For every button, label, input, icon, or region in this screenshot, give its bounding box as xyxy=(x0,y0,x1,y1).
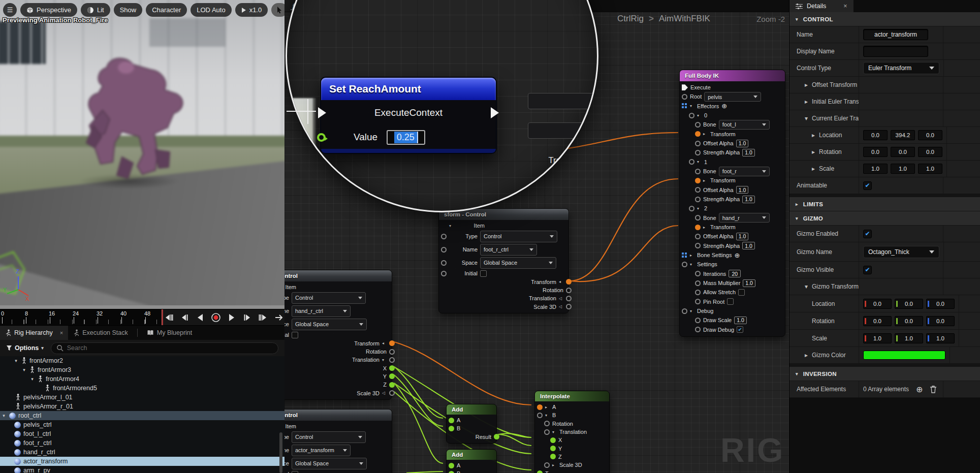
node-dropdown[interactable]: hand_r xyxy=(719,213,770,223)
node-checkbox[interactable] xyxy=(292,332,298,338)
node-dropdown[interactable]: foot_r_ctrl xyxy=(480,244,537,256)
tree-item[interactable]: ▾ frontArmor2 xyxy=(0,356,284,365)
show-button[interactable]: Show xyxy=(114,3,143,17)
row-current-euler[interactable]: ▾Current Euler Trans xyxy=(789,110,980,127)
options-button[interactable]: Options▾ xyxy=(6,344,44,352)
pin-expander[interactable]: ▾ xyxy=(545,413,550,418)
pin-icon[interactable] xyxy=(682,94,687,100)
node-header[interactable]: Interpolate xyxy=(535,391,609,401)
jump-to-end-button[interactable] xyxy=(258,313,269,322)
node-add-1[interactable]: Add A B Result xyxy=(446,404,497,444)
control-type-dropdown[interactable]: Euler Transform xyxy=(863,62,939,74)
node-dropdown[interactable]: Control xyxy=(292,431,366,443)
record-button[interactable] xyxy=(210,313,222,322)
pin-expander[interactable]: ▸ xyxy=(703,225,708,230)
pin-icon[interactable] xyxy=(566,288,572,293)
pin-expander[interactable]: ▾ xyxy=(697,113,702,118)
value-chip[interactable]: 1.0 xyxy=(742,196,755,203)
pin-icon[interactable] xyxy=(389,382,395,388)
tab-my-blueprint[interactable]: My Blueprint xyxy=(142,326,197,340)
perspective-button[interactable]: Perspective xyxy=(20,3,77,17)
value-chip[interactable]: 1.0 xyxy=(736,186,749,194)
tree-item[interactable]: foot_l_ctrl xyxy=(0,429,284,438)
node-header[interactable]: Add xyxy=(447,450,496,460)
pin-expander[interactable]: ▾ xyxy=(449,224,454,228)
node-dropdown[interactable]: Global Space xyxy=(292,319,367,330)
lod-auto-button[interactable]: LOD Auto xyxy=(191,3,231,17)
node-header[interactable]: Add xyxy=(447,404,496,415)
pin-icon[interactable] xyxy=(389,357,395,363)
pin-icon[interactable] xyxy=(550,446,556,451)
pin-icon[interactable] xyxy=(449,426,454,431)
value-pin[interactable] xyxy=(317,133,326,142)
node-full-body-ik[interactable]: Full Body IK Execute xyxy=(679,70,785,337)
node-checkbox[interactable] xyxy=(738,289,745,296)
pin-expander[interactable]: ▸ xyxy=(552,463,557,467)
node-dropdown[interactable]: hand_r_ctrl xyxy=(292,305,351,317)
lit-button[interactable]: Lit xyxy=(81,3,110,17)
pin-expander[interactable]: ▸ xyxy=(703,132,708,136)
node-dropdown[interactable]: Control xyxy=(480,231,557,242)
row-initial-euler[interactable]: ▸Initial Euler Transfo xyxy=(789,93,980,110)
node-dropdown[interactable]: foot_l xyxy=(719,120,770,130)
rig-graph-panel[interactable]: RIG ƒ Rig Graph xyxy=(284,0,789,473)
tree-item[interactable]: pelvis_ctrl xyxy=(0,420,284,429)
search-input[interactable]: Search xyxy=(51,342,278,354)
section-gizmo[interactable]: ▾GIZMO xyxy=(789,211,980,226)
character-button[interactable]: Character xyxy=(146,3,187,17)
node-checkbox[interactable]: ✔ xyxy=(737,326,743,333)
pin-icon[interactable] xyxy=(695,197,701,202)
display-name-input[interactable] xyxy=(863,46,928,57)
pin-expander[interactable]: ◁ xyxy=(559,296,563,301)
pin-icon[interactable] xyxy=(682,84,688,90)
gizmo-enabled-checkbox[interactable]: ✔ xyxy=(863,230,872,238)
node-header[interactable]: sform - Control xyxy=(284,409,392,421)
step-back-button[interactable] xyxy=(179,313,190,322)
tree-item[interactable]: pelvisArmor_l_01 xyxy=(0,393,284,402)
value-chip[interactable]: 1.0 xyxy=(742,242,755,249)
pin-icon[interactable] xyxy=(550,454,556,459)
animatable-checkbox[interactable]: ✔ xyxy=(863,181,872,190)
node-get-transform-hand[interactable]: sform - Control ▾ Item xyxy=(284,270,392,400)
scale-y[interactable]: 1.0 xyxy=(891,164,915,174)
exec-in-pin[interactable] xyxy=(318,107,326,118)
pin-icon[interactable] xyxy=(449,463,454,468)
gizmo-location-x[interactable]: 0.0 xyxy=(863,299,892,309)
pin-icon[interactable] xyxy=(682,103,687,109)
pin-icon[interactable] xyxy=(689,159,694,165)
pin-icon[interactable] xyxy=(689,206,694,211)
tree-item[interactable]: frontArmorend5 xyxy=(0,384,284,393)
node-header[interactable]: Set ReachAmount xyxy=(321,78,496,100)
pin-icon[interactable] xyxy=(695,225,701,230)
gizmo-color-swatch[interactable] xyxy=(863,351,945,360)
node-header[interactable]: Full Body IK xyxy=(680,70,785,81)
node-dropdown[interactable]: actor_transform xyxy=(292,445,351,456)
pin-icon[interactable] xyxy=(682,262,687,267)
pin-icon[interactable] xyxy=(695,318,701,323)
pin-icon[interactable] xyxy=(441,260,447,266)
pin-expander[interactable]: ▸ xyxy=(690,253,694,258)
node-checkbox[interactable] xyxy=(727,298,734,305)
close-tab-icon[interactable]: × xyxy=(60,330,63,336)
tab-rig-hierarchy[interactable]: Rig Hierarchy × xyxy=(0,326,68,340)
gizmo-scale-x[interactable]: 1.0 xyxy=(863,333,892,343)
section-inversion[interactable]: ▾INVERSION xyxy=(789,367,980,381)
value-chip[interactable]: 1.0 xyxy=(736,140,749,147)
node-dropdown[interactable]: Global Space xyxy=(480,257,556,269)
pin-icon[interactable] xyxy=(544,462,550,468)
viewport-menu-button[interactable]: ☰ xyxy=(3,3,17,17)
pin-icon[interactable] xyxy=(695,290,701,295)
pin-icon[interactable] xyxy=(695,215,701,220)
location-y[interactable]: 394.2 xyxy=(891,130,915,140)
close-tab-icon[interactable]: × xyxy=(843,3,847,10)
node-add-2[interactable]: Add A B xyxy=(446,449,497,473)
pin-expander[interactable]: ◂ xyxy=(382,341,387,345)
value-chip[interactable]: 1.0 xyxy=(743,279,755,287)
pin-icon[interactable] xyxy=(682,253,687,258)
pin-icon[interactable] xyxy=(695,150,701,155)
pin-icon[interactable] xyxy=(449,471,454,473)
pin-icon[interactable] xyxy=(695,131,701,137)
pin-icon[interactable] xyxy=(695,169,701,174)
node-dropdown[interactable]: Global Space xyxy=(292,458,367,469)
value-chip[interactable]: 1.0 xyxy=(736,233,749,240)
